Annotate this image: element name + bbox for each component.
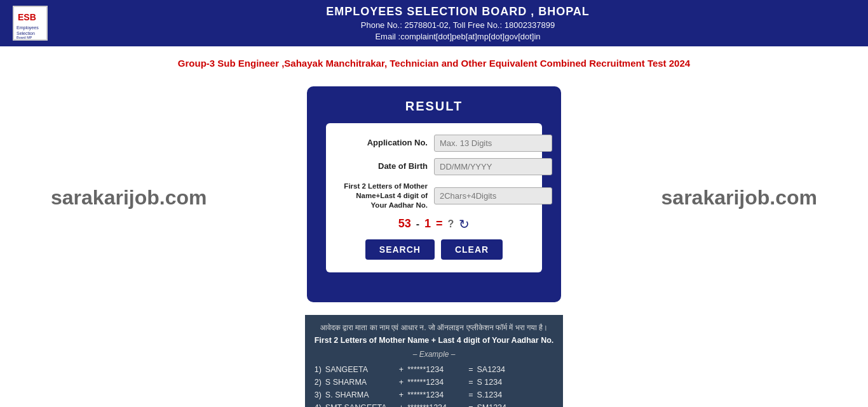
button-row: SEARCH CLEAR [339,239,529,260]
mother-input[interactable] [434,187,552,204]
dob-label: Date of Birth [339,161,428,172]
application-no-label: Application No. [339,138,428,149]
info-row: 1)SANGEETA+******1234=SA1234 [315,363,554,376]
dob-input[interactable] [434,158,552,175]
page-subtitle: Group-3 Sub Engineer ,Sahayak Manchitrak… [0,46,868,80]
svg-text:ESB: ESB [18,12,36,22]
application-no-row: Application No. [339,135,529,152]
info-header: आवेदक द्वारा माता का नाम एवं आधार न. जो … [315,321,554,334]
info-rows: 1)SANGEETA+******1234=SA12342)S SHARMA+*… [315,363,554,407]
page-header: ESB Employees Selection Board MP EMPLOYE… [0,0,868,46]
captcha-row: 53 - 1 = ? ↻ [339,217,529,232]
mother-label: First 2 Letters of Mother Name+Last 4 di… [339,182,428,210]
phone-line: Phone No.: 2578801-02, Toll Free No.: 18… [60,20,855,30]
captcha-num1: 53 [398,217,411,230]
info-row: 3)S. SHARMA+******1234=S.1234 [315,389,554,401]
mother-row: First 2 Letters of Mother Name+Last 4 di… [339,182,529,210]
info-row: 2)S SHARMA+******1234=S 1234 [315,376,554,389]
esb-logo: ESB Employees Selection Board MP [13,6,48,41]
form-area: Application No. Date of Birth First 2 Le… [326,123,542,272]
clear-button[interactable]: CLEAR [441,239,503,260]
watermark-right: sarakarijob.com [661,186,817,210]
application-no-input[interactable] [434,135,552,152]
svg-text:Employees: Employees [17,25,39,30]
org-title: EMPLOYEES SELECTION BOARD , BHOPAL [60,5,855,18]
header-text-block: EMPLOYEES SELECTION BOARD , BHOPAL Phone… [60,5,855,41]
captcha-refresh-icon[interactable]: ↻ [459,217,470,232]
info-example: – Example – [315,348,554,361]
result-card: RESULT Application No. Date of Birth Fir… [307,86,561,302]
info-subheader: First 2 Letters of Mother Name + Last 4 … [315,334,554,347]
svg-text:Board MP: Board MP [17,36,32,39]
search-button[interactable]: SEARCH [365,239,435,260]
captcha-question: ? [448,218,454,230]
captcha-equals: = [436,217,443,230]
svg-text:Selection: Selection [17,31,35,36]
info-row: 4)SMT SANGEETA+*******1234=SM1234 [315,401,554,407]
captcha-operator: - [416,218,419,230]
dob-row: Date of Birth [339,158,529,175]
result-title: RESULT [326,99,542,114]
info-box: आवेदक द्वारा माता का नाम एवं आधार न. जो … [305,315,564,407]
watermark-left: sarakarijob.com [51,186,207,210]
main-content: sarakarijob.com RESULT Application No. D… [0,80,868,315]
email-line: Email :complaint[dot]peb[at]mp[dot]gov[d… [60,32,855,41]
captcha-num2: 1 [424,217,431,230]
